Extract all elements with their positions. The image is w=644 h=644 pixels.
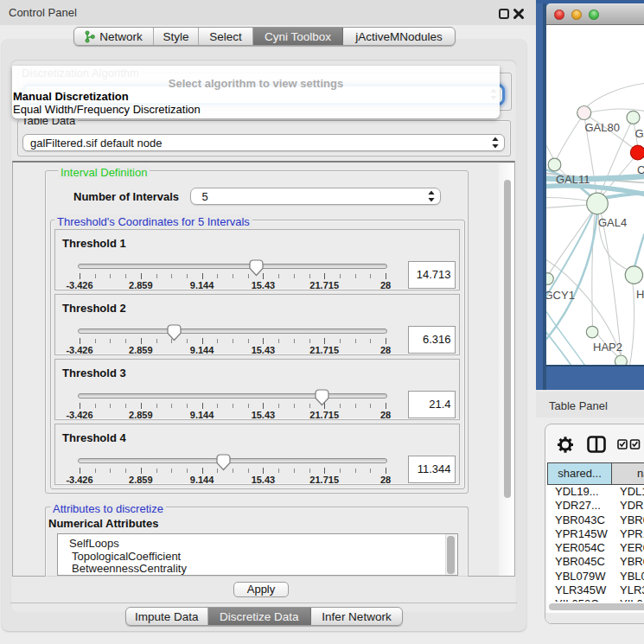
svg-text:GAL11: GAL11 [556,172,590,185]
svg-text:H: H [636,287,644,300]
svg-text:GAL80: GAL80 [584,120,619,133]
svg-text:HAP2: HAP2 [593,340,622,353]
svg-text:GCY1: GCY1 [546,288,575,301]
svg-text:GAL4: GAL4 [598,215,627,228]
svg-text:GA: GA [634,126,644,139]
svg-text:C: C [637,163,644,175]
